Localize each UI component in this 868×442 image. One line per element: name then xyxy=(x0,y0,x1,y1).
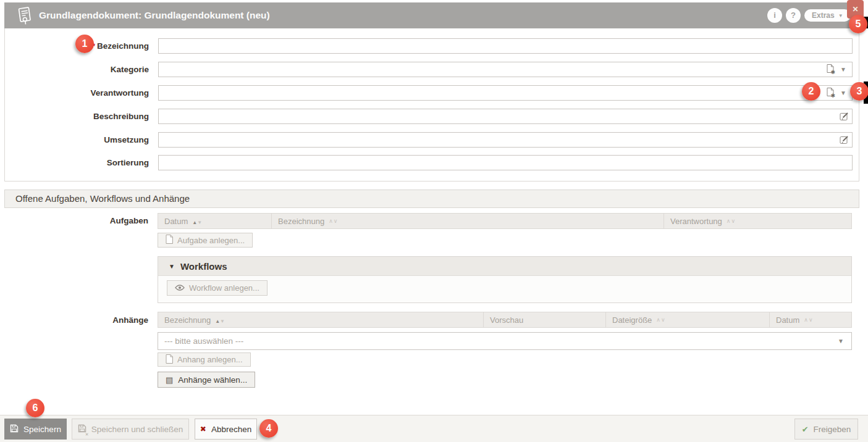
column-header-verantwortung[interactable]: Verantwortung ∧∨ xyxy=(664,213,852,229)
collapse-caret-icon: ▼ xyxy=(169,263,175,270)
annotation-badge-3: 3 xyxy=(850,82,868,101)
extras-button[interactable]: Extras ▼ xyxy=(804,9,851,22)
floppy-icon xyxy=(10,424,19,435)
field-row-sortierung: Sortierung xyxy=(5,155,859,170)
column-header-datum[interactable]: Datum ▲▼ xyxy=(158,213,272,229)
sort-icons: ∧∨ xyxy=(656,317,665,323)
umsetzung-input[interactable] xyxy=(158,132,853,148)
new-entry-icon[interactable]: ✱ xyxy=(827,64,836,77)
bezeichnung-input[interactable] xyxy=(158,38,853,54)
footer-action-bar: Speichern Speichern und schließen ✖ Abbr… xyxy=(0,415,868,442)
select-placeholder: --- bitte auswählen --- xyxy=(164,336,243,346)
anhaenge-table-header: Bezeichnung ▲▼ Vorschau Dateigröße ∧∨ Da… xyxy=(158,312,852,328)
title-bar: Grundlagendokument: Grundlagendokument (… xyxy=(4,2,859,28)
column-header-datum[interactable]: Datum ∧∨ xyxy=(770,312,852,328)
kategorie-input[interactable] xyxy=(158,62,853,77)
field-row-beschreibung: Beschreibung xyxy=(5,109,859,124)
aufgabe-anlegen-button[interactable]: Aufgabe anlegen... xyxy=(158,233,253,248)
sort-icons: ∧∨ xyxy=(804,317,813,323)
column-header-bezeichnung[interactable]: Bezeichnung ▲▼ xyxy=(158,312,484,328)
workflows-collapse-header[interactable]: ▼ Workflows xyxy=(158,257,851,276)
edit-icon[interactable] xyxy=(840,111,849,123)
dialog-grundlagendokument: Grundlagendokument: Grundlagendokument (… xyxy=(0,0,868,442)
kategorie-label: Kategorie xyxy=(5,62,149,77)
extras-label: Extras xyxy=(812,11,835,20)
sort-icons: ∧∨ xyxy=(329,218,338,224)
dropdown-caret-icon[interactable]: ▼ xyxy=(840,88,846,98)
save-and-close-button[interactable]: Speichern und schließen xyxy=(72,419,189,440)
select-caret-icon: ▼ xyxy=(838,333,844,349)
annotation-badge-6: 6 xyxy=(26,399,44,417)
beschreibung-label: Beschreibung xyxy=(5,109,149,124)
workflow-anlegen-button[interactable]: Workflow anlegen... xyxy=(167,280,268,296)
sort-desc-icon: ▼ xyxy=(220,319,225,324)
annotation-badge-5: 5 xyxy=(849,15,867,33)
release-button[interactable]: ✔ Freigeben xyxy=(794,419,858,440)
document-icon xyxy=(17,6,33,28)
sort-icons: ▲▼ xyxy=(192,217,202,226)
save-button[interactable]: Speichern xyxy=(4,419,67,440)
annotation-badge-1: 1 xyxy=(75,35,94,53)
verantwortung-input[interactable] xyxy=(158,85,853,101)
help-icon[interactable]: ? xyxy=(786,8,801,23)
workflows-panel: ▼ Workflows Workflow anlegen... xyxy=(158,256,852,303)
anhaenge-label: Anhänge xyxy=(0,315,148,325)
anhang-anlegen-button[interactable]: Anhang anlegen... xyxy=(158,352,251,367)
page-icon xyxy=(166,354,173,365)
anhaenge-waehlen-button[interactable]: ▤ Anhänge wählen... xyxy=(158,372,255,388)
sortierung-input[interactable] xyxy=(158,155,853,170)
beschreibung-input[interactable] xyxy=(158,109,853,124)
sort-icons: ∧∨ xyxy=(727,218,736,224)
page-icon xyxy=(166,235,173,246)
cancel-button[interactable]: ✖ Abbrechen xyxy=(195,419,257,440)
field-row-umsetzung: Umsetzung xyxy=(5,132,859,148)
field-row-bezeichnung: *Bezeichnung xyxy=(5,38,859,54)
dropdown-caret-icon[interactable]: ▼ xyxy=(840,64,846,75)
list-icon: ▤ xyxy=(166,375,173,385)
annotation-badge-2: 2 xyxy=(802,82,820,101)
aufgaben-label: Aufgaben xyxy=(0,216,148,225)
floppy-close-icon xyxy=(78,424,86,435)
check-icon: ✔ xyxy=(802,425,809,434)
chevron-down-icon: ▼ xyxy=(838,13,843,19)
sort-icons: ▲▼ xyxy=(215,315,225,325)
form-panel: *Bezeichnung Kategorie ✱ ▼ Verantwortung… xyxy=(4,28,859,181)
sort-asc-icon: ▲ xyxy=(215,319,220,324)
cancel-x-icon: ✖ xyxy=(200,425,206,433)
column-header-bezeichnung[interactable]: Bezeichnung ∧∨ xyxy=(272,213,664,229)
sort-desc-icon: ▼ xyxy=(197,220,202,225)
umsetzung-label: Umsetzung xyxy=(5,132,149,148)
aufgaben-table-header: Datum ▲▼ Bezeichnung ∧∨ Verantwortung ∧∨ xyxy=(158,213,852,229)
column-header-dateigroesse[interactable]: Dateigröße ∧∨ xyxy=(606,312,770,328)
page-title: Grundlagendokument: Grundlagendokument (… xyxy=(39,2,270,28)
new-entry-icon[interactable]: ✱ xyxy=(827,88,836,101)
annotation-badge-4: 4 xyxy=(259,419,278,438)
edit-icon[interactable] xyxy=(840,135,849,147)
svg-text:✱: ✱ xyxy=(831,93,836,99)
workflows-title: Workflows xyxy=(180,261,227,272)
eye-icon xyxy=(175,283,185,293)
anhang-select[interactable]: --- bitte auswählen --- ▼ xyxy=(158,332,852,350)
field-row-kategorie: Kategorie ✱ ▼ xyxy=(5,62,859,77)
svg-text:✱: ✱ xyxy=(831,69,836,75)
section-header: Offene Aufgaben, Workflows und Anhänge xyxy=(4,190,859,208)
column-header-vorschau: Vorschau xyxy=(484,312,606,328)
sortierung-label: Sortierung xyxy=(5,155,149,170)
info-icon[interactable]: i xyxy=(767,8,782,23)
field-row-verantwortung: Verantwortung ✱ ▼ xyxy=(5,85,859,101)
verantwortung-label: Verantwortung xyxy=(5,85,149,101)
